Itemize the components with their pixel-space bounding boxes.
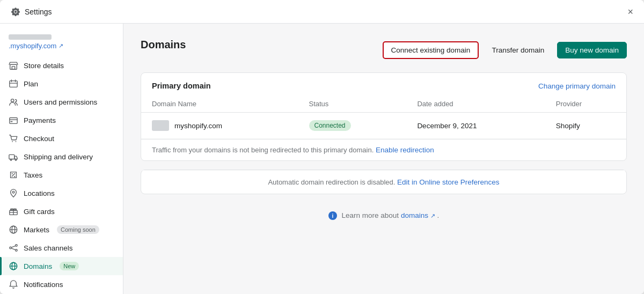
svg-point-3	[11, 99, 14, 102]
close-icon[interactable]: ×	[627, 7, 633, 17]
connect-existing-domain-button[interactable]: Connect existing domain	[383, 41, 479, 59]
sidebar-item-taxes[interactable]: Taxes	[0, 166, 123, 184]
sidebar-item-shipping[interactable]: Shipping and delivery	[0, 148, 123, 166]
sidebar-label: Taxes	[24, 171, 42, 179]
svg-rect-4	[10, 118, 17, 124]
store-icon	[9, 61, 18, 70]
notifications-icon	[9, 280, 18, 289]
domain-value: myshopify.com	[174, 122, 222, 130]
markets-icon	[9, 225, 18, 234]
main-content: Domains Connect existing domain Transfer…	[123, 24, 644, 294]
sidebar-item-sales-channels[interactable]: Sales channels	[0, 239, 123, 257]
store-url-link[interactable]: .myshopify.com ↗	[9, 42, 114, 50]
svg-point-11	[12, 191, 14, 193]
redirect-notice: Traffic from your domains is not being r…	[141, 139, 626, 160]
sidebar-item-store-details[interactable]: Store details	[0, 56, 123, 75]
sidebar-label: Markets	[24, 226, 49, 234]
new-badge: New	[60, 262, 79, 270]
domains-icon	[9, 261, 18, 271]
sidebar-item-gift-cards[interactable]: Gift cards	[0, 202, 123, 220]
page-title: Domains	[141, 39, 186, 51]
sidebar-label: Plan	[24, 80, 38, 88]
change-primary-domain-link[interactable]: Change primary domain	[538, 82, 616, 90]
svg-point-16	[10, 247, 12, 249]
gift-icon	[9, 207, 18, 216]
store-name-placeholder	[9, 34, 52, 40]
modal-body: .myshopify.com ↗ Store details Plan	[0, 24, 644, 294]
domain-name-cell: myshopify.com	[141, 113, 298, 139]
svg-rect-8	[9, 155, 14, 159]
taxes-icon	[9, 170, 18, 180]
plan-icon	[9, 79, 18, 89]
status-cell: Connected	[298, 113, 407, 139]
table-row: myshopify.com Connected December 9, 2021…	[141, 113, 626, 139]
buy-new-domain-button[interactable]: Buy new domain	[557, 42, 627, 58]
col-date-added: Date added	[406, 97, 545, 113]
date-added-cell: December 9, 2021	[406, 113, 545, 139]
svg-rect-0	[10, 64, 17, 69]
sidebar-item-payments[interactable]: Payments	[0, 111, 123, 129]
gear-icon	[11, 7, 20, 17]
sidebar-label: Checkout	[24, 135, 54, 143]
checkout-icon	[9, 134, 18, 143]
auto-redirect-text: Automatic domain redirection is disabled…	[141, 170, 626, 194]
svg-rect-1	[12, 67, 14, 69]
external-link-icon: ↗	[430, 212, 435, 219]
sidebar-item-notifications[interactable]: Notifications	[0, 275, 123, 293]
sidebar-label: Store details	[24, 62, 64, 70]
sidebar-item-users[interactable]: Users and permissions	[0, 93, 123, 111]
enable-redirection-link[interactable]: Enable redirection	[376, 146, 434, 154]
status-badge: Connected	[309, 120, 351, 131]
modal-header: Settings ×	[0, 0, 644, 24]
sidebar-label: Users and permissions	[24, 98, 97, 106]
svg-rect-5	[11, 121, 13, 122]
location-icon	[9, 188, 18, 198]
payments-icon	[9, 115, 18, 125]
sidebar-label: Locations	[24, 189, 55, 197]
card-title: Primary domain	[152, 82, 211, 90]
shipping-icon	[9, 152, 18, 161]
coming-soon-badge: Coming soon	[57, 225, 99, 234]
info-icon: i	[328, 211, 337, 220]
sidebar-label: Shipping and delivery	[24, 153, 93, 161]
sidebar-label: Sales channels	[24, 244, 73, 252]
col-provider: Provider	[545, 97, 626, 113]
domain-favicon	[152, 120, 169, 131]
external-link-icon: ↗	[58, 42, 63, 49]
sidebar-item-domains[interactable]: Domains New	[0, 257, 123, 275]
provider-cell: Shopify	[545, 113, 626, 139]
col-domain-name: Domain Name	[141, 97, 298, 113]
sidebar-label: Gift cards	[24, 208, 55, 216]
col-status: Status	[298, 97, 407, 113]
edit-online-store-link[interactable]: Edit in Online store Preferences	[397, 178, 500, 186]
svg-rect-2	[10, 81, 17, 87]
sidebar-item-locations[interactable]: Locations	[0, 184, 123, 202]
settings-modal: Settings × .myshopify.com ↗ Store detail…	[0, 0, 644, 294]
sidebar: .myshopify.com ↗ Store details Plan	[0, 24, 123, 294]
domains-learn-more-link[interactable]: domains ↗	[401, 211, 437, 219]
svg-point-9	[10, 159, 12, 161]
sidebar-label: Payments	[24, 116, 56, 124]
svg-point-10	[15, 159, 17, 161]
svg-point-6	[12, 141, 13, 142]
domains-header: Domains Connect existing domain Transfer…	[141, 39, 627, 62]
svg-point-18	[16, 249, 18, 252]
sidebar-item-checkout[interactable]: Checkout	[0, 129, 123, 148]
card-header: Primary domain Change primary domain	[141, 73, 626, 97]
sales-channels-icon	[9, 243, 18, 253]
sidebar-label: Notifications	[24, 281, 63, 289]
transfer-domain-button[interactable]: Transfer domain	[484, 42, 552, 58]
svg-point-7	[16, 141, 17, 142]
domain-table: Domain Name Status Date added Provider m…	[141, 97, 626, 139]
sidebar-item-markets[interactable]: Markets Coming soon	[0, 220, 123, 239]
sidebar-item-plan[interactable]: Plan	[0, 75, 123, 93]
modal-title: Settings	[25, 8, 52, 16]
auto-redirect-card: Automatic domain redirection is disabled…	[141, 170, 627, 194]
users-icon	[9, 97, 18, 107]
learn-more-section: i Learn more about domains ↗ .	[141, 203, 627, 229]
sidebar-label: Domains	[24, 262, 52, 270]
sidebar-store: .myshopify.com ↗	[0, 30, 123, 56]
primary-domain-card: Primary domain Change primary domain Dom…	[141, 72, 627, 161]
svg-point-17	[16, 245, 18, 247]
